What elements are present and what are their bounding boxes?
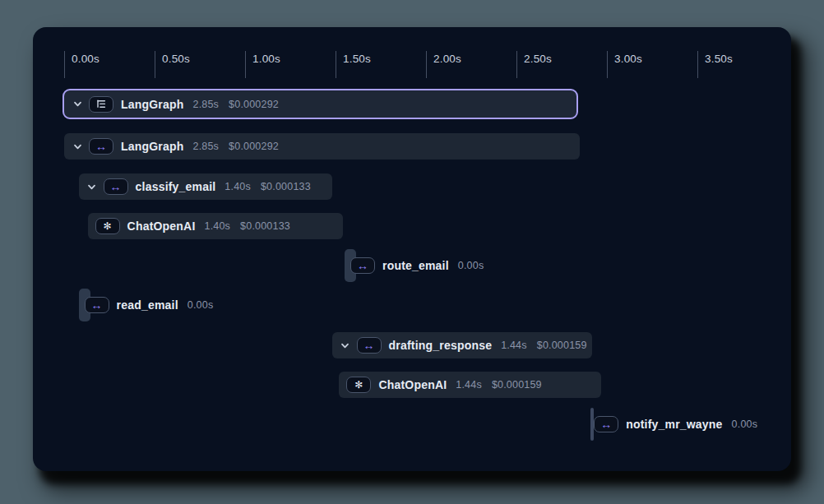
timeline-tick-line	[155, 51, 155, 78]
openai-icon: ✻	[346, 377, 371, 393]
timeline-tick-line	[607, 51, 608, 78]
arrows-horizontal-icon: ↔	[357, 337, 382, 354]
span-name: LangGraph	[121, 98, 183, 111]
openai-icon: ✻	[95, 218, 120, 234]
timeline-tick-line	[245, 51, 246, 78]
span-name: ChatOpenAI	[127, 220, 196, 233]
span-name: notify_mr_wayne	[626, 418, 722, 431]
timeline-ruler: 0.00s0.50s1.00s1.50s2.00s2.50s3.00s3.50s	[33, 27, 791, 85]
trace-row-route_email[interactable]: ↔route_email0.00s	[350, 252, 484, 279]
trace-row-read_email[interactable]: ↔read_email0.00s	[85, 292, 214, 318]
trace-row-LangGraph[interactable]: ↔LangGraph2.85s$0.000292	[64, 133, 580, 160]
arrows-horizontal-icon: ↔	[350, 257, 375, 274]
timeline-tick-line	[697, 51, 698, 78]
trace-row-ChatOpenAI[interactable]: ✻ChatOpenAI1.40s$0.000133	[88, 213, 343, 239]
timeline-tick-line	[516, 51, 517, 78]
span-cost: $0.000292	[229, 99, 279, 110]
span-duration: 0.00s	[458, 260, 484, 271]
span-name: route_email	[382, 259, 449, 272]
timeline-tick-line	[64, 51, 65, 78]
span-name: classify_email	[136, 180, 216, 193]
span-name: read_email	[117, 298, 178, 312]
timeline-tick-label: 3.00s	[614, 53, 642, 65]
trace-row-classify_email[interactable]: ↔classify_email1.40s$0.000133	[79, 173, 332, 200]
span-duration: 1.44s	[456, 379, 482, 391]
span-cost: $0.000159	[537, 340, 587, 351]
span-cost: $0.000159	[492, 379, 542, 391]
span-duration: 0.00s	[732, 418, 758, 430]
span-name: ChatOpenAI	[378, 378, 447, 391]
chevron-down-icon[interactable]	[340, 340, 351, 351]
timeline-tick-label: 0.00s	[72, 53, 100, 65]
span-duration: 2.85s	[192, 141, 219, 152]
timeline-tick-line	[426, 51, 427, 78]
timeline-tick-label: 3.50s	[705, 53, 733, 65]
chevron-down-icon[interactable]	[86, 181, 98, 192]
trace-row-ChatOpenAI[interactable]: ✻ChatOpenAI1.44s$0.000159	[339, 372, 601, 398]
timeline-tick-label: 2.50s	[524, 53, 552, 65]
chevron-down-icon[interactable]	[72, 141, 83, 152]
arrows-horizontal-icon: ↔	[594, 416, 618, 432]
timeline-tick-label: 1.00s	[252, 53, 280, 65]
span-duration: 2.85s	[192, 99, 219, 110]
span-cost: $0.000133	[261, 181, 311, 192]
trace-panel: 0.00s0.50s1.00s1.50s2.00s2.50s3.00s3.50s…	[33, 27, 791, 471]
chevron-down-icon[interactable]	[72, 99, 83, 110]
timeline-tick-label: 1.50s	[343, 53, 371, 65]
span-duration: 1.40s	[225, 181, 251, 192]
span-duration: 0.00s	[187, 299, 214, 311]
span-cost: $0.000292	[229, 141, 279, 152]
trace-row-notify_mr_wayne[interactable]: ↔notify_mr_wayne0.00s	[594, 411, 757, 437]
arrows-horizontal-icon: ↔	[85, 297, 109, 313]
arrows-horizontal-icon: ↔	[89, 138, 113, 155]
list-tree-icon	[89, 96, 113, 113]
span-name: LangGraph	[121, 140, 183, 153]
arrows-horizontal-icon: ↔	[104, 178, 128, 195]
trace-row-drafting_response[interactable]: ↔drafting_response1.44s$0.000159	[332, 332, 593, 358]
span-duration: 1.40s	[204, 220, 230, 232]
span-name: drafting_response	[389, 339, 493, 352]
timeline-tick-label: 2.00s	[433, 53, 461, 65]
trace-row-LangGraph[interactable]: LangGraph2.85s$0.000292	[62, 89, 578, 119]
timeline-tick-line	[336, 51, 336, 78]
timeline-tick-label: 0.50s	[162, 53, 190, 65]
span-cost: $0.000133	[240, 220, 290, 232]
span-duration: 1.44s	[501, 340, 527, 351]
